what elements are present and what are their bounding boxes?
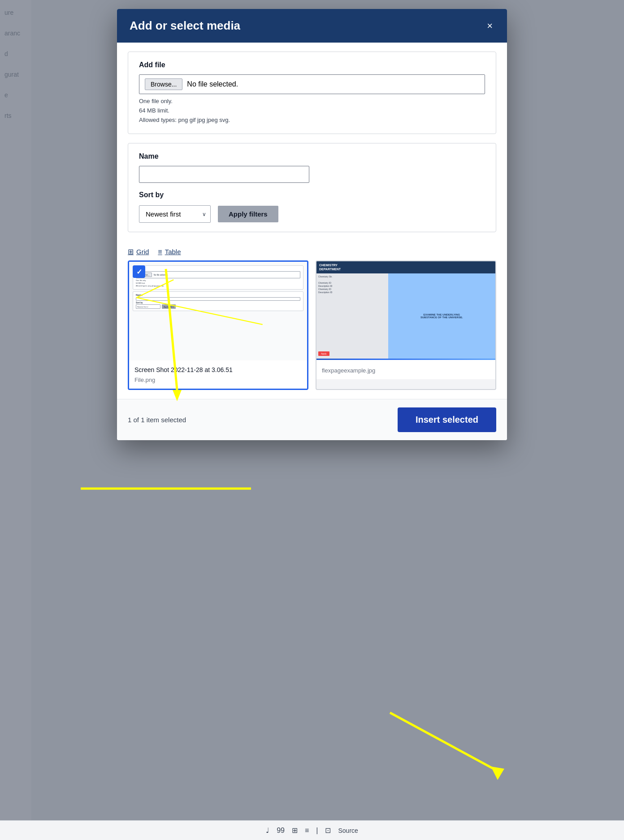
media-thumbnail-2: CHEMISTRYDEPARTMENT Chemistry Str. Chemi… [316,261,495,360]
toolbar-icon-1[interactable]: ♩ [266,826,269,835]
background-content: ure aranc d gurat e rts Add or select me… [0,0,624,840]
modal-header: Add or select media × [117,9,507,43]
file-input-row: Browse... No file selected. [139,74,485,94]
bottom-toolbar: ♩ 99 ⊞ ≡ | ⊡ Source [0,820,624,840]
svg-line-0 [137,280,174,298]
modal-footer: 1 of 1 item selected Insert selected [117,399,507,440]
toolbar-icon-2[interactable]: 99 [277,827,285,835]
sort-label: Sort by [139,191,485,199]
chem-right: EXAMINE THE UNDERLYINGSUBSTANCE OF THE U… [388,273,495,359]
sort-row: Newest first Oldest first Apply filters [139,205,485,223]
name-input[interactable] [139,166,309,183]
screenshot-preview: Add file Browse... No file selected. One… [129,262,307,360]
modal-title: Add or select media [130,19,240,33]
table-label: Table [165,248,181,255]
media-item-1[interactable]: Add file Browse... No file selected. One… [128,260,308,390]
toolbar-icon-4[interactable]: ≡ [305,827,309,835]
apply-filters-button[interactable]: Apply filters [218,206,278,222]
modal-overlay: Add or select media × Add file Browse...… [0,0,624,840]
file-status: No file selected. [187,80,238,88]
grid-label: Grid [136,248,149,255]
toolbar-icon-5[interactable]: ⊡ [325,826,331,835]
media-name-1: Screen Shot 2022-11-28 at 3.06.51 [134,366,302,375]
media-info-1: Screen Shot 2022-11-28 at 3.06.51 File.p… [129,360,307,389]
toolbar-icon-3[interactable]: ⊞ [292,826,298,835]
media-item-2[interactable]: CHEMISTRYDEPARTMENT Chemistry Str. Chemi… [316,260,496,390]
file-hint: One file only. 64 MB limit. Allowed type… [139,97,485,125]
add-file-section: Add file Browse... No file selected. One… [128,52,496,134]
add-file-label: Add file [139,61,485,69]
table-icon: ≡ [158,248,162,256]
media-info-2: flexpageexample.jpg [316,360,495,379]
media-filename-1: File.png [134,377,302,383]
page-background: ure aranc d gurat e rts Add or select me… [0,0,624,840]
chem-apply-btn: Apply [318,351,329,356]
sort-select[interactable]: Newest first Oldest first [139,205,211,223]
source-label: Source [338,827,358,834]
chem-header: CHEMISTRYDEPARTMENT [316,261,495,273]
grid-view-button[interactable]: ⊞ Grid [128,247,149,256]
media-filename-2: flexpageexample.jpg [322,367,490,374]
media-grid: Add file Browse... No file selected. One… [117,260,507,399]
file-hint-line2: 64 MB limit. [139,106,485,116]
selection-count: 1 of 1 item selected [128,416,186,424]
sort-select-wrapper: Newest first Oldest first [139,205,211,223]
file-hint-line1: One file only. [139,97,485,106]
view-toggle: ⊞ Grid ≡ Table [117,241,507,260]
media-thumbnail-1: Add file Browse... No file selected. One… [129,262,307,360]
media-checkbox-1[interactable] [133,265,145,278]
name-label: Name [139,152,485,160]
svg-line-1 [137,298,263,325]
chem-body: Chemistry Str. Chemistry ID Description … [316,273,495,359]
add-media-modal: Add or select media × Add file Browse...… [117,9,507,440]
modal-body[interactable]: Add file Browse... No file selected. One… [117,43,507,399]
toolbar-separator: | [316,827,318,835]
browse-button[interactable]: Browse... [145,78,182,90]
source-link[interactable]: Source [338,827,358,834]
grid-icon: ⊞ [128,247,134,256]
filter-section: Name Sort by Newest first Oldest first [128,143,496,232]
chemistry-preview: CHEMISTRYDEPARTMENT Chemistry Str. Chemi… [316,261,495,360]
insert-selected-button[interactable]: Insert selected [398,407,496,432]
chem-left: Chemistry Str. Chemistry ID Description … [316,273,388,359]
file-hint-line3: Allowed types: png gif jpg jpeg svg. [139,116,485,125]
table-view-button[interactable]: ≡ Table [158,248,181,256]
close-button[interactable]: × [485,19,494,33]
